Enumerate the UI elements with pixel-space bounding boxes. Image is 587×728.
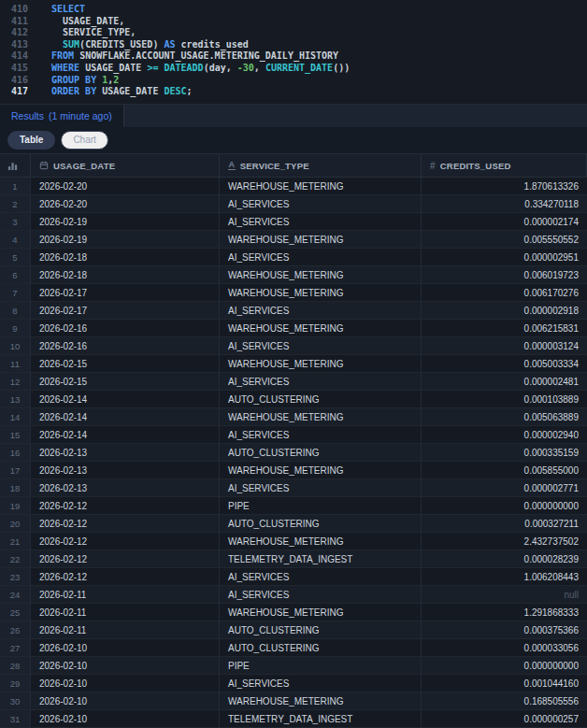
usage-date-cell[interactable]: 2026-02-19 — [31, 213, 220, 231]
row-number-cell[interactable]: 21 — [0, 533, 31, 550]
code-line[interactable]: 411 USAGE_DATE, — [0, 16, 587, 28]
service-type-cell[interactable]: AI_SERVICES — [220, 195, 422, 213]
code-line[interactable]: 415WHERE USAGE_DATE >= DATEADD(day, -30,… — [0, 63, 587, 75]
row-number-cell[interactable]: 22 — [0, 550, 31, 568]
credits-used-cell[interactable]: 2.432737502 — [422, 533, 587, 550]
row-number-cell[interactable]: 27 — [0, 639, 31, 657]
service-type-cell[interactable]: WAREHOUSE_METERING — [220, 266, 422, 284]
usage-date-cell[interactable]: 2026-02-20 — [31, 195, 220, 213]
row-number-cell[interactable]: 20 — [0, 515, 31, 533]
service-type-cell[interactable]: WAREHOUSE_METERING — [220, 320, 422, 337]
usage-date-cell[interactable]: 2026-02-18 — [31, 249, 220, 266]
credits-used-cell[interactable]: 0.000002940 — [422, 426, 587, 444]
row-number-cell[interactable]: 4 — [0, 231, 31, 249]
service-type-cell[interactable]: WAREHOUSE_METERING — [220, 692, 422, 710]
usage-date-cell[interactable]: 2026-02-15 — [31, 355, 220, 373]
service-type-cell[interactable]: AI_SERVICES — [220, 337, 422, 355]
row-number-cell[interactable]: 29 — [0, 675, 31, 692]
usage-date-cell[interactable]: 2026-02-17 — [31, 284, 220, 302]
usage-date-cell[interactable]: 2026-02-13 — [31, 462, 220, 479]
service-type-cell[interactable]: AI_SERVICES — [220, 373, 422, 391]
row-number-cell[interactable]: 23 — [0, 568, 31, 586]
service-type-cell[interactable]: PIPE — [220, 657, 422, 675]
usage-date-cell[interactable]: 2026-02-10 — [31, 657, 220, 675]
credits-used-cell[interactable]: 0.005003334 — [422, 355, 587, 373]
credits-used-cell[interactable]: 0.000335159 — [422, 444, 587, 462]
usage-date-cell[interactable]: 2026-02-13 — [31, 479, 220, 497]
row-number-cell[interactable]: 15 — [0, 426, 31, 444]
service-type-cell[interactable]: PIPE — [220, 497, 422, 515]
credits-used-cell[interactable]: 0.005550552 — [422, 231, 587, 249]
service-type-cell[interactable]: AI_SERVICES — [220, 479, 422, 497]
credits-used-cell[interactable]: 0.000000000 — [422, 657, 587, 675]
credits-used-cell[interactable]: 0.000002481 — [422, 373, 587, 391]
service-type-cell[interactable]: AI_SERVICES — [220, 302, 422, 320]
row-number-cell[interactable]: 30 — [0, 692, 31, 710]
usage-date-cell[interactable]: 2026-02-11 — [31, 586, 220, 604]
credits-used-cell[interactable]: 0.000002918 — [422, 302, 587, 320]
row-number-cell[interactable]: 5 — [0, 249, 31, 266]
row-number-cell[interactable]: 16 — [0, 444, 31, 462]
row-number-cell[interactable]: 2 — [0, 195, 31, 213]
credits-used-cell[interactable]: 0.006215831 — [422, 320, 587, 337]
credits-used-cell[interactable]: 0.005063889 — [422, 408, 587, 426]
usage-date-cell[interactable]: 2026-02-17 — [31, 302, 220, 320]
row-number-cell[interactable]: 14 — [0, 408, 31, 426]
usage-date-cell[interactable]: 2026-02-14 — [31, 391, 220, 408]
credits-used-cell[interactable]: 0.168505556 — [422, 692, 587, 710]
column-header-rownum[interactable] — [0, 154, 31, 178]
credits-used-cell[interactable]: 0.000103889 — [422, 391, 587, 408]
credits-used-cell[interactable]: 0.000002951 — [422, 249, 587, 266]
usage-date-cell[interactable]: 2026-02-10 — [31, 710, 220, 728]
column-header-service_type[interactable]: ASERVICE_TYPE — [220, 154, 422, 178]
table-view-button[interactable]: Table — [7, 131, 55, 150]
service-type-cell[interactable]: AUTO_CLUSTERING — [220, 391, 422, 408]
usage-date-cell[interactable]: 2026-02-12 — [31, 533, 220, 550]
credits-used-cell[interactable]: 0.006019723 — [422, 266, 587, 284]
credits-used-cell[interactable]: 1.006208443 — [422, 568, 587, 586]
usage-date-cell[interactable]: 2026-02-10 — [31, 639, 220, 657]
credits-used-cell[interactable]: null — [422, 586, 587, 604]
service-type-cell[interactable]: WAREHOUSE_METERING — [220, 408, 422, 426]
row-number-cell[interactable]: 17 — [0, 462, 31, 479]
column-header-credits_used[interactable]: #CREDITS_USED — [422, 154, 587, 178]
service-type-cell[interactable]: AI_SERVICES — [220, 568, 422, 586]
usage-date-cell[interactable]: 2026-02-14 — [31, 426, 220, 444]
credits-used-cell[interactable]: 0.006170276 — [422, 284, 587, 302]
credits-used-cell[interactable]: 0.000000000 — [422, 497, 587, 515]
usage-date-cell[interactable]: 2026-02-18 — [31, 266, 220, 284]
credits-used-cell[interactable]: 0.000327211 — [422, 515, 587, 533]
sql-editor[interactable]: 410SELECT411 USAGE_DATE,412 SERVICE_TYPE… — [0, 0, 587, 104]
usage-date-cell[interactable]: 2026-02-12 — [31, 550, 220, 568]
usage-date-cell[interactable]: 2026-02-12 — [31, 515, 220, 533]
chart-view-button[interactable]: Chart — [61, 131, 107, 150]
usage-date-cell[interactable]: 2026-02-11 — [31, 621, 220, 639]
service-type-cell[interactable]: AUTO_CLUSTERING — [220, 444, 422, 462]
row-number-cell[interactable]: 31 — [0, 710, 31, 728]
row-number-cell[interactable]: 9 — [0, 320, 31, 337]
service-type-cell[interactable]: AUTO_CLUSTERING — [220, 639, 422, 657]
usage-date-cell[interactable]: 2026-02-10 — [31, 675, 220, 692]
service-type-cell[interactable]: WAREHOUSE_METERING — [220, 462, 422, 479]
credits-used-cell[interactable]: 1.291868333 — [422, 604, 587, 621]
service-type-cell[interactable]: AI_SERVICES — [220, 675, 422, 692]
credits-used-cell[interactable]: 0.000003124 — [422, 337, 587, 355]
service-type-cell[interactable]: TELEMETRY_DATA_INGEST — [220, 550, 422, 568]
code-line[interactable]: 410SELECT — [0, 4, 587, 16]
row-number-cell[interactable]: 8 — [0, 302, 31, 320]
service-type-cell[interactable]: AUTO_CLUSTERING — [220, 515, 422, 533]
service-type-cell[interactable]: WAREHOUSE_METERING — [220, 284, 422, 302]
service-type-cell[interactable]: WAREHOUSE_METERING — [220, 355, 422, 373]
row-number-cell[interactable]: 13 — [0, 391, 31, 408]
row-number-cell[interactable]: 11 — [0, 355, 31, 373]
usage-date-cell[interactable]: 2026-02-12 — [31, 497, 220, 515]
usage-date-cell[interactable]: 2026-02-15 — [31, 373, 220, 391]
service-type-cell[interactable]: TELEMETRY_DATA_INGEST — [220, 710, 422, 728]
credits-used-cell[interactable]: 0.000002771 — [422, 479, 587, 497]
row-number-cell[interactable]: 26 — [0, 621, 31, 639]
credits-used-cell[interactable]: 0.000375366 — [422, 621, 587, 639]
service-type-cell[interactable]: AI_SERVICES — [220, 586, 422, 604]
row-number-cell[interactable]: 1 — [0, 178, 31, 195]
service-type-cell[interactable]: WAREHOUSE_METERING — [220, 533, 422, 550]
service-type-cell[interactable]: AI_SERVICES — [220, 426, 422, 444]
